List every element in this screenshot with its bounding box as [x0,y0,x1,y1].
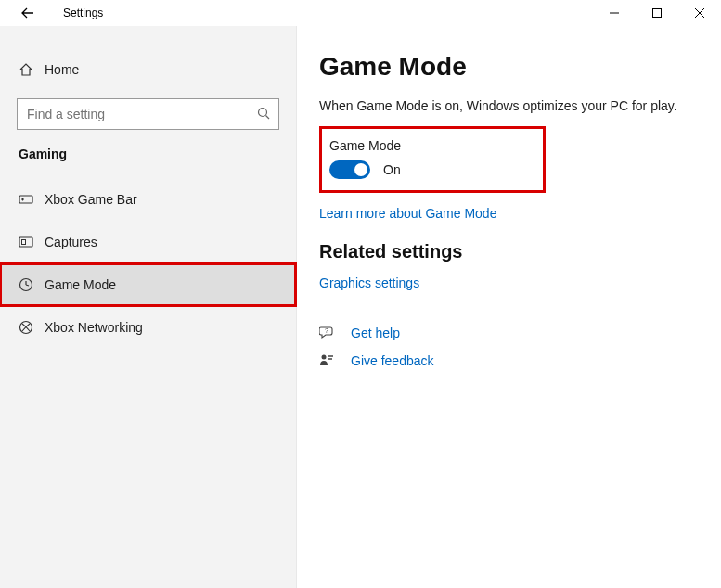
back-button[interactable] [15,6,41,19]
window-title: Settings [63,6,103,19]
help-icon: ? [319,326,351,340]
captures-icon [19,236,45,249]
home-label: Home [45,62,79,77]
maximize-icon [652,8,662,18]
game-bar-icon [19,193,45,206]
get-help-link[interactable]: Get help [351,326,400,340]
search-icon [257,107,270,120]
svg-point-1 [259,109,267,117]
sidebar: Home Gaming Xbox Game Bar Captures [0,26,297,588]
category-heading: Gaming [0,147,296,161]
minimize-icon [610,8,619,18]
home-nav[interactable]: Home [0,52,296,87]
give-feedback-link[interactable]: Give feedback [351,353,434,368]
search-input[interactable] [17,98,279,130]
page-title: Game Mode [319,52,699,82]
game-mode-toggle-group: Game Mode On [319,126,546,193]
svg-point-8 [322,355,327,360]
toggle-knob [354,163,367,176]
game-mode-toggle[interactable] [329,160,370,179]
nav-label: Xbox Networking [45,320,143,335]
page-description: When Game Mode is on, Windows optimizes … [319,98,699,113]
toggle-label: Game Mode [329,138,535,153]
learn-more-link[interactable]: Learn more about Game Mode [319,206,699,221]
home-icon [19,62,45,77]
svg-rect-4 [22,240,26,245]
nav-game-mode[interactable]: Game Mode [0,263,296,306]
nav-label: Game Mode [45,277,116,292]
game-mode-icon [19,277,45,292]
svg-rect-0 [653,9,662,18]
nav-captures[interactable]: Captures [0,221,296,263]
nav-label: Captures [45,235,97,249]
graphics-settings-link[interactable]: Graphics settings [319,275,699,290]
close-icon [695,8,704,18]
nav-label: Xbox Game Bar [45,192,137,207]
maximize-button[interactable] [636,0,678,26]
close-button[interactable] [678,0,721,26]
nav-xbox-networking[interactable]: Xbox Networking [0,306,296,349]
minimize-button[interactable] [593,0,636,26]
related-settings-heading: Related settings [319,241,699,262]
arrow-left-icon [21,6,34,19]
nav-xbox-game-bar[interactable]: Xbox Game Bar [0,178,296,221]
svg-text:?: ? [325,327,328,334]
content-pane: Game Mode When Game Mode is on, Windows … [297,26,721,588]
feedback-icon [319,353,351,368]
xbox-icon [19,320,45,335]
toggle-state: On [383,162,401,177]
